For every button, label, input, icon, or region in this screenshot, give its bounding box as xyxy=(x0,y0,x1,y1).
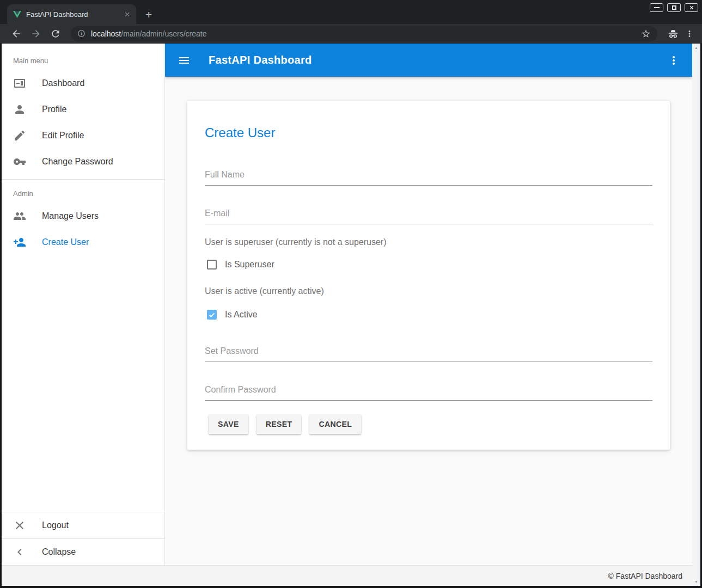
sidebar-item-edit-profile[interactable]: Edit Profile xyxy=(2,122,164,149)
app-footer: © FastAPI Dashboard xyxy=(2,565,692,586)
window-controls xyxy=(650,3,698,12)
is-active-checkbox-row[interactable]: Is Active xyxy=(207,308,652,321)
sidebar-item-label: Edit Profile xyxy=(42,131,84,140)
scrollbar[interactable]: ▲ ▼ xyxy=(692,44,700,586)
new-tab-button[interactable]: + xyxy=(145,9,152,20)
browser-toolbar: localhost/main/admin/users/create xyxy=(0,24,702,44)
minimize-icon xyxy=(654,7,660,8)
sidebar-item-dashboard[interactable]: Dashboard xyxy=(2,70,164,96)
chevron-left-icon xyxy=(13,546,26,559)
back-icon[interactable] xyxy=(11,28,22,39)
cancel-button[interactable]: CANCEL xyxy=(309,414,361,434)
close-window-button[interactable] xyxy=(685,3,698,12)
tab-close-icon[interactable] xyxy=(123,10,132,19)
info-icon[interactable] xyxy=(77,29,86,38)
maximize-button[interactable] xyxy=(667,3,681,12)
close-icon xyxy=(689,5,694,10)
create-user-card: Create User User is superuser (currently… xyxy=(187,101,670,450)
form-actions: SAVE RESET CANCEL xyxy=(209,414,652,434)
reload-icon[interactable] xyxy=(50,28,61,39)
maximize-icon xyxy=(672,5,676,10)
is-superuser-checkbox-row[interactable]: Is Superuser xyxy=(207,258,652,271)
checkbox-label: Is Active xyxy=(225,310,258,320)
sidebar-item-manage-users[interactable]: Manage Users xyxy=(2,203,164,229)
url-host: localhost xyxy=(91,29,121,38)
sidebar-item-label: Dashboard xyxy=(42,78,84,88)
url-path: /main/admin/users/create xyxy=(121,29,206,38)
scroll-up-icon[interactable]: ▲ xyxy=(694,46,698,50)
app-bar: FastAPI Dashboard xyxy=(165,44,692,77)
full-name-field[interactable] xyxy=(205,170,652,186)
main-content: Create User User is superuser (currently… xyxy=(165,77,692,565)
people-icon xyxy=(13,210,26,223)
minimize-button[interactable] xyxy=(650,3,663,12)
sidebar-item-label: Change Password xyxy=(42,157,113,167)
sidebar-item-label: Create User xyxy=(42,237,89,247)
save-button[interactable]: SAVE xyxy=(209,414,248,434)
sidebar-item-create-user[interactable]: Create User xyxy=(2,229,164,255)
sidebar-section-main-menu: Main menu xyxy=(2,44,164,70)
pencil-icon xyxy=(13,129,26,142)
app-menu-icon[interactable] xyxy=(667,54,680,67)
address-bar[interactable]: localhost/main/admin/users/create xyxy=(71,26,657,41)
person-add-icon xyxy=(13,236,26,249)
confirm-password-field[interactable] xyxy=(205,385,652,401)
sidebar: Main menu Dashboard Profile Edit Profile xyxy=(2,44,165,565)
vue-logo-icon xyxy=(13,10,21,19)
sidebar-item-label: Logout xyxy=(42,520,69,530)
sidebar-item-collapse[interactable]: Collapse xyxy=(2,539,164,565)
browser-tab-bar: FastAPI Dashboard + xyxy=(0,0,702,24)
close-icon xyxy=(13,519,26,532)
key-icon xyxy=(13,155,26,168)
checkbox-checked-icon[interactable] xyxy=(207,310,217,320)
sidebar-item-label: Collapse xyxy=(42,547,76,557)
reset-button[interactable]: RESET xyxy=(257,414,302,434)
sidebar-bottom: Logout Collapse xyxy=(2,512,164,565)
sidebar-item-logout[interactable]: Logout xyxy=(2,512,164,538)
tab-title: FastAPI Dashboard xyxy=(26,10,123,19)
person-icon xyxy=(13,103,26,116)
sidebar-item-profile[interactable]: Profile xyxy=(2,96,164,122)
forward-icon[interactable] xyxy=(30,28,41,39)
scroll-down-icon[interactable]: ▼ xyxy=(694,580,698,584)
bookmark-star-icon[interactable] xyxy=(641,29,651,39)
checkbox-unchecked-icon[interactable] xyxy=(207,260,217,270)
sidebar-item-label: Profile xyxy=(42,105,66,114)
dashboard-icon xyxy=(13,77,26,90)
sidebar-section-admin: Admin xyxy=(2,180,164,203)
app-page: Main menu Dashboard Profile Edit Profile xyxy=(2,44,692,586)
checkbox-label: Is Superuser xyxy=(225,260,274,270)
page-title: Create User xyxy=(205,125,652,140)
app-title: FastAPI Dashboard xyxy=(209,54,312,66)
browser-tab[interactable]: FastAPI Dashboard xyxy=(7,4,136,24)
superuser-hint: User is superuser (currently is not a su… xyxy=(205,237,652,247)
copyright-text: © FastAPI Dashboard xyxy=(608,572,682,580)
active-hint: User is active (currently active) xyxy=(205,286,652,296)
browser-menu-icon[interactable] xyxy=(685,29,694,39)
set-password-field[interactable] xyxy=(205,346,652,362)
hamburger-menu-icon[interactable] xyxy=(178,54,191,67)
email-field[interactable] xyxy=(205,209,652,224)
incognito-icon xyxy=(667,28,679,40)
sidebar-item-change-password[interactable]: Change Password xyxy=(2,149,164,175)
sidebar-item-label: Manage Users xyxy=(42,211,99,221)
